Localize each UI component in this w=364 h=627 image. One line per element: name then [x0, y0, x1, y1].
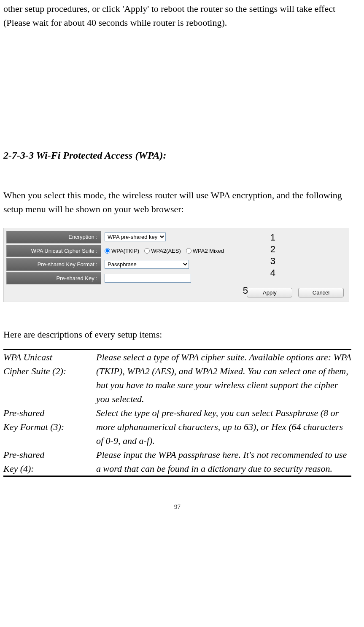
button-row: Apply Cancel	[6, 288, 346, 297]
row-cipher-suite: WPA Unicast Cipher Suite : WPA(TKIP) WPA…	[6, 245, 346, 257]
radio-input-mixed[interactable]	[186, 248, 191, 254]
radio-input-tkip[interactable]	[105, 248, 110, 254]
radio-label-tkip: WPA(TKIP)	[111, 247, 139, 255]
label-cipher-suite: WPA Unicast Cipher Suite :	[6, 245, 101, 257]
desc-key-format-l1: Pre-shared	[3, 408, 44, 418]
apply-button[interactable]: Apply	[247, 288, 292, 297]
radio-input-aes[interactable]	[144, 248, 150, 254]
desc-row-key: Pre-shared Key (4): Please input the WPA…	[3, 448, 351, 476]
desc-val-cipher: Please select a type of WPA cipher suite…	[96, 350, 351, 406]
encryption-select[interactable]: WPA pre-shared key	[105, 232, 166, 241]
label-preshared-key: Pre-shared Key :	[6, 272, 101, 285]
desc-val-format: Select the type of pre-shared key, you c…	[96, 406, 351, 448]
radio-label-mixed: WPA2 Mixed	[193, 247, 224, 255]
callout-5: 5	[243, 284, 248, 297]
desc-row-format: Pre-shared Key Format (3): Select the ty…	[3, 406, 351, 448]
row-encryption: Encryption : WPA pre-shared key	[6, 231, 346, 243]
callout-4: 4	[270, 266, 275, 280]
desc-key-cipher-l1: WPA Unicast	[3, 352, 52, 362]
label-key-format: Pre-shared Key Format :	[6, 258, 101, 271]
section-heading: 2-7-3-3 Wi-Fi Protected Access (WPA):	[3, 148, 351, 163]
cancel-button[interactable]: Cancel	[298, 288, 344, 297]
radio-wpa2-mixed[interactable]: WPA2 Mixed	[186, 247, 224, 255]
radio-wpa2-aes[interactable]: WPA2(AES)	[144, 247, 181, 255]
radio-wpa-tkip[interactable]: WPA(TKIP)	[105, 247, 139, 255]
desc-key-cipher-l2: Cipher Suite (2):	[3, 366, 66, 376]
wpa-config-panel: Encryption : WPA pre-shared key WPA Unic…	[3, 228, 349, 302]
row-key-format: Pre-shared Key Format : Passphrase	[6, 258, 346, 271]
descriptions-intro: Here are descriptions of every setup ite…	[3, 327, 351, 341]
desc-key-key-l2: Key (4):	[3, 463, 34, 474]
desc-key-cipher: WPA Unicast Cipher Suite (2):	[3, 350, 96, 406]
row-preshared-key: Pre-shared Key :	[6, 272, 346, 285]
desc-key-key: Pre-shared Key (4):	[3, 448, 96, 476]
desc-key-format: Pre-shared Key Format (3):	[3, 406, 96, 448]
label-encryption: Encryption :	[6, 231, 101, 243]
desc-key-format-l2: Key Format (3):	[3, 422, 64, 432]
mode-paragraph: When you select this mode, the wireless …	[3, 188, 351, 216]
config-panel-container: Encryption : WPA pre-shared key WPA Unic…	[3, 228, 351, 302]
desc-row-cipher: WPA Unicast Cipher Suite (2): Please sel…	[3, 350, 351, 406]
descriptions-table: WPA Unicast Cipher Suite (2): Please sel…	[3, 349, 351, 477]
key-format-select[interactable]: Passphrase	[105, 260, 189, 269]
intro-paragraph: other setup procedures, or click 'Apply'…	[3, 2, 351, 30]
desc-key-key-l1: Pre-shared	[3, 449, 44, 460]
preshared-key-input[interactable]	[105, 274, 191, 283]
desc-val-key: Please input the WPA passphrase here. It…	[96, 448, 351, 476]
page-number: 97	[3, 502, 351, 512]
radio-label-aes: WPA2(AES)	[151, 247, 181, 255]
